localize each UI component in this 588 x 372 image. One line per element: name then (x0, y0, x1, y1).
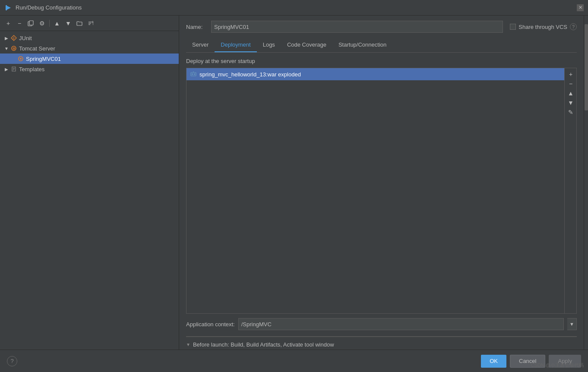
before-launch-arrow: ▼ (186, 342, 190, 347)
deploy-actions: + − ▲ ▼ ✎ (564, 68, 576, 313)
share-label: Share through VCS (518, 24, 567, 30)
tab-logs[interactable]: Logs (257, 38, 281, 52)
deploy-item-label-0: spring_mvc_helloworld_13:war exploded (199, 71, 301, 78)
tomcat-icon: ⚙ (10, 45, 17, 52)
scrollbar-thumb (585, 24, 588, 110)
tomcat-label: Tomcat Server (19, 45, 55, 52)
deploy-section-label: Deploy at the server startup (186, 58, 577, 64)
bottom-bar: ? OK Cancel Apply (0, 350, 588, 372)
copy-config-button[interactable] (26, 19, 35, 28)
svg-rect-3 (29, 21, 33, 25)
move-up-button[interactable]: ▲ (52, 19, 62, 28)
right-scrollbar[interactable] (584, 16, 588, 350)
svg-rect-17 (191, 73, 196, 76)
deploy-item-icon-0 (190, 71, 197, 78)
svg-point-20 (193, 72, 194, 73)
junit-label: JUnit (19, 35, 32, 41)
app-context-dropdown[interactable]: ▼ (567, 318, 577, 330)
remove-config-button[interactable]: − (15, 19, 24, 28)
svg-rect-19 (194, 73, 195, 75)
tab-startup[interactable]: Startup/Connection (332, 38, 392, 52)
deploy-edit-button[interactable]: ✎ (566, 108, 575, 117)
tab-deployment[interactable]: Deployment (215, 38, 256, 52)
add-config-button[interactable]: + (3, 19, 13, 28)
svg-rect-1 (6, 5, 7, 10)
deploy-list: spring_mvc_helloworld_13:war exploded (187, 68, 564, 313)
app-context-input[interactable] (238, 318, 564, 330)
app-icon (4, 4, 12, 12)
config-tree: ▶ J JUnit ▼ ⚙ (0, 31, 179, 350)
templates-arrow: ▶ (3, 66, 9, 72)
svg-point-13 (20, 58, 22, 60)
ok-button[interactable]: OK (481, 355, 506, 368)
springmvc01-label: SpringMVC01 (26, 56, 61, 62)
main-content: + − ⚙ ▲ ▼ (0, 16, 588, 350)
tree-item-templates[interactable]: ▶ Templates (0, 64, 179, 74)
share-row: Share through VCS ? (510, 23, 577, 30)
deploy-down-button[interactable]: ▼ (566, 98, 575, 107)
tomcat-arrow: ▼ (3, 45, 9, 51)
window-controls: ✕ (577, 4, 584, 11)
share-checkbox[interactable] (510, 24, 516, 30)
before-launch-label: Before launch: Build, Build Artifacts, A… (193, 341, 334, 348)
sort-button[interactable] (86, 19, 95, 28)
templates-label: Templates (19, 66, 44, 73)
name-label: Name: (186, 24, 208, 30)
svg-text:⚙: ⚙ (13, 47, 15, 50)
tabs-bar: Server Deployment Logs Code Coverage Sta… (186, 38, 577, 53)
name-input[interactable] (211, 21, 503, 33)
left-toolbar: + − ⚙ ▲ ▼ (0, 16, 179, 31)
tree-item-springmvc01[interactable]: ▶ SpringMVC01 (0, 54, 179, 64)
svg-text:J: J (13, 36, 14, 40)
tree-item-junit[interactable]: ▶ J JUnit (0, 33, 179, 43)
watermark: CSDN @小王超会敲代码 (531, 362, 584, 369)
tab-content-deployment: Deploy at the server startup (186, 53, 577, 350)
junit-icon: J (10, 35, 17, 41)
tab-server[interactable]: Server (186, 38, 215, 52)
deploy-list-container: spring_mvc_helloworld_13:war exploded + … (186, 68, 577, 314)
deploy-up-button[interactable]: ▲ (566, 89, 575, 98)
springmvc01-icon (17, 55, 24, 62)
right-panel: Name: Share through VCS ? Server Deploym… (179, 16, 584, 350)
folder-button[interactable] (75, 19, 84, 28)
separator-1 (49, 20, 50, 27)
tree-item-tomcat[interactable]: ▼ ⚙ Tomcat Server (0, 43, 179, 54)
before-launch-section: ▼ Before launch: Build, Build Artifacts,… (186, 337, 577, 350)
share-help-icon[interactable]: ? (570, 23, 577, 30)
left-panel: + − ⚙ ▲ ▼ (0, 16, 179, 350)
dialog-title: Run/Debug Configurations (16, 4, 577, 11)
deploy-remove-button[interactable]: − (566, 79, 575, 88)
deploy-add-button[interactable]: + (566, 70, 575, 79)
title-bar: Run/Debug Configurations ✕ (0, 0, 588, 16)
app-context-label: Application context: (186, 321, 235, 328)
app-context-row: Application context: ▼ (186, 318, 577, 334)
templates-icon (10, 66, 17, 73)
svg-rect-18 (192, 73, 193, 75)
name-row: Name: Share through VCS ? (186, 21, 577, 33)
deploy-item-0[interactable]: spring_mvc_helloworld_13:war exploded (187, 68, 564, 80)
move-down-button[interactable]: ▼ (63, 19, 73, 28)
settings-button[interactable]: ⚙ (37, 19, 47, 28)
junit-arrow: ▶ (3, 35, 9, 41)
close-button[interactable]: ✕ (577, 4, 584, 11)
help-button-bottom[interactable]: ? (7, 356, 17, 366)
tab-coverage[interactable]: Code Coverage (281, 38, 332, 52)
before-launch-header[interactable]: ▼ Before launch: Build, Build Artifacts,… (186, 341, 577, 348)
